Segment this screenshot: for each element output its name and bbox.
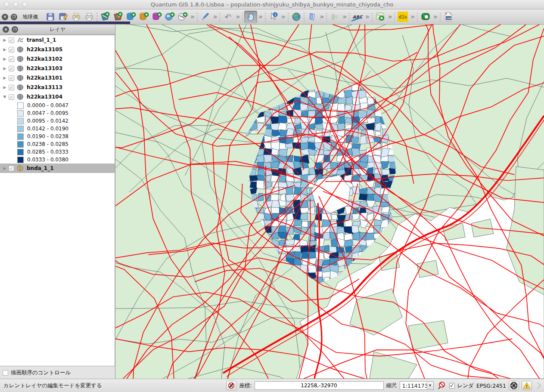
new-bookmark-button[interactable]: [306, 11, 319, 23]
openlayers-plugin-button[interactable]: [374, 11, 387, 23]
log-messages-button[interactable]: [522, 381, 532, 390]
crs-globe-icon: [510, 382, 518, 389]
overflow-chevron[interactable]: »: [257, 13, 264, 21]
scale-combo[interactable]: 1:114173 ▼: [400, 381, 434, 390]
toggle-edit-mode-button[interactable]: [226, 381, 236, 390]
toolbar-close-icon[interactable]: ✕: [2, 14, 8, 20]
legend-label: 0.0000 - 0.0047: [27, 102, 68, 108]
layer-visibility-checkbox[interactable]: ✓: [9, 94, 14, 100]
floppy-pencil-icon: [59, 12, 68, 22]
legend-label: 0.0285 - 0.0333: [27, 149, 68, 155]
layer-row-h22ka13113[interactable]: ▶✓h22ka13113: [0, 83, 115, 92]
render-label: レンダ: [457, 382, 474, 389]
layer-visibility-checkbox[interactable]: ✓: [9, 47, 14, 52]
layer-row-h22ka13102[interactable]: ▶✓h22ka13102: [0, 54, 115, 64]
overflow-chevron[interactable]: »: [409, 13, 416, 21]
legend-row[interactable]: 0.0190 - 0.0238: [0, 133, 115, 140]
add-vector-icon: [100, 12, 110, 22]
legend-row[interactable]: 0.0047 - 0.0095: [0, 109, 115, 117]
pan-map-button[interactable]: [244, 11, 257, 23]
legend-swatch: [17, 149, 24, 155]
expand-icon[interactable]: ▶: [2, 76, 8, 80]
layer-row-bnda_1_1[interactable]: ▶✓bnda_1_1: [0, 164, 115, 173]
resize-grip[interactable]: [534, 382, 541, 389]
layer-visibility-checkbox[interactable]: ✓: [9, 66, 14, 71]
render-checkbox[interactable]: ✓: [449, 383, 455, 389]
add-wfs-layer-button[interactable]: [176, 11, 189, 23]
polygon-layer-icon: [16, 84, 24, 91]
grass-plugin-button[interactable]: [419, 11, 432, 23]
expand-icon[interactable]: ▶: [2, 166, 8, 170]
map-render: [115, 25, 544, 379]
coords-input[interactable]: [255, 381, 384, 390]
legend-row[interactable]: 0.0238 - 0.0285: [0, 140, 115, 148]
polygon-layer-icon: [16, 56, 24, 62]
overflow-chevron[interactable]: »: [364, 13, 371, 21]
crs-status-button[interactable]: [509, 381, 519, 390]
expand-icon[interactable]: ▶: [2, 85, 8, 90]
toggle-editing-button[interactable]: [199, 11, 212, 23]
pan-hand-icon: [246, 12, 255, 22]
overflow-chevron[interactable]: »: [387, 13, 394, 21]
legend-swatch: [17, 126, 24, 132]
legend-row[interactable]: 0.0000 - 0.0047: [0, 102, 115, 109]
add-spatialite-layer-button[interactable]: [137, 11, 150, 23]
layer-row-transl_1_1[interactable]: ▶✓transl_1_1: [0, 35, 115, 45]
draw-order-checkbox[interactable]: [3, 370, 8, 376]
collapse-icon[interactable]: ▼: [2, 95, 8, 99]
layer-row-h22ka13104[interactable]: ▼✓h22ka13104: [0, 92, 115, 102]
expand-icon[interactable]: ▶: [2, 66, 8, 71]
overflow-chevron[interactable]: »: [234, 13, 241, 21]
expand-icon[interactable]: ▶: [2, 47, 8, 52]
zoom-full-button[interactable]: [290, 11, 303, 23]
layer-row-h22ka13101[interactable]: ▶✓h22ka13101: [0, 73, 115, 83]
layer-visibility-checkbox[interactable]: ✓: [9, 37, 14, 43]
layer-visibility-checkbox[interactable]: ✓: [9, 166, 14, 171]
layer-row-h22ka13103[interactable]: ▶✓h22ka13103: [0, 64, 115, 73]
layer-row-h22ka13105[interactable]: ▶✓h22ka13105: [0, 45, 115, 54]
layer-name: h22ka13103: [27, 65, 62, 71]
overflow-chevron[interactable]: »: [280, 13, 287, 21]
toolbar-separator: [241, 12, 244, 22]
layer-visibility-checkbox[interactable]: ✓: [9, 56, 14, 62]
toolbar-separator: [325, 12, 328, 22]
layer-name: bnda_1_1: [27, 165, 54, 171]
overflow-chevron[interactable]: »: [341, 13, 348, 21]
add-mssql-layer-button[interactable]: [150, 11, 163, 23]
layer-name: h22ka13105: [27, 46, 62, 52]
legend-row[interactable]: 0.0285 - 0.0333: [0, 148, 115, 156]
pencil-slash-icon: [227, 382, 235, 389]
undo-icon: ↶: [224, 12, 231, 22]
overflow-chevron[interactable]: »: [189, 13, 196, 21]
overflow-chevron[interactable]: »: [319, 13, 326, 21]
toolbar-separator: [287, 12, 290, 22]
polygon-layer-icon: [16, 93, 24, 100]
identify-features-button[interactable]: i: [267, 11, 280, 23]
add-wms-layer-button[interactable]: [163, 11, 176, 23]
export-image-button[interactable]: [442, 11, 455, 23]
layer-visibility-checkbox[interactable]: ✓: [9, 85, 14, 90]
legend-row[interactable]: 0.0142 - 0.0190: [0, 125, 115, 133]
overflow-chevron[interactable]: »: [212, 13, 219, 21]
scale-dropdown-icon[interactable]: ▼: [427, 382, 433, 389]
warning-icon: [523, 382, 531, 389]
legend-label: 0.0333 - 0.0380: [27, 157, 68, 163]
map-canvas[interactable]: [115, 25, 544, 379]
overflow-chevron[interactable]: »: [432, 13, 439, 21]
layer-visibility-checkbox[interactable]: ✓: [9, 75, 14, 81]
undo-button[interactable]: ↶: [221, 11, 234, 23]
legend-row[interactable]: 0.0095 - 0.0142: [0, 117, 115, 125]
stop-render-button[interactable]: [436, 381, 447, 390]
toolbar-float-icon[interactable]: ❐: [11, 14, 17, 20]
blue-database-add-icon: [126, 12, 136, 22]
labeling-button[interactable]: ABC: [351, 11, 364, 23]
offset-curve-button[interactable]: [328, 11, 341, 23]
globe-tab[interactable]: 地球儀: [22, 13, 38, 21]
layer-name: h22ka13101: [27, 75, 62, 81]
grass-barrel-icon: [420, 12, 431, 22]
toolbar-separator: [264, 12, 267, 22]
dxf2shp-button[interactable]: d2s: [396, 11, 409, 23]
legend-row[interactable]: 0.0333 - 0.0380: [0, 156, 115, 164]
expand-icon[interactable]: ▶: [2, 57, 8, 61]
expand-icon[interactable]: ▶: [2, 38, 8, 42]
